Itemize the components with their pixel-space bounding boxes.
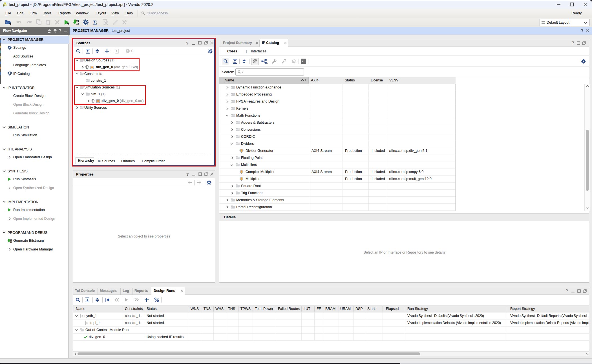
svg-text:10: 10 — [76, 23, 79, 25]
svg-text:?: ? — [116, 50, 117, 53]
svg-text:01: 01 — [10, 239, 12, 241]
svg-text:01: 01 — [76, 20, 79, 23]
svg-text:10: 10 — [10, 241, 12, 243]
svg-text:Σ: Σ — [93, 19, 97, 25]
